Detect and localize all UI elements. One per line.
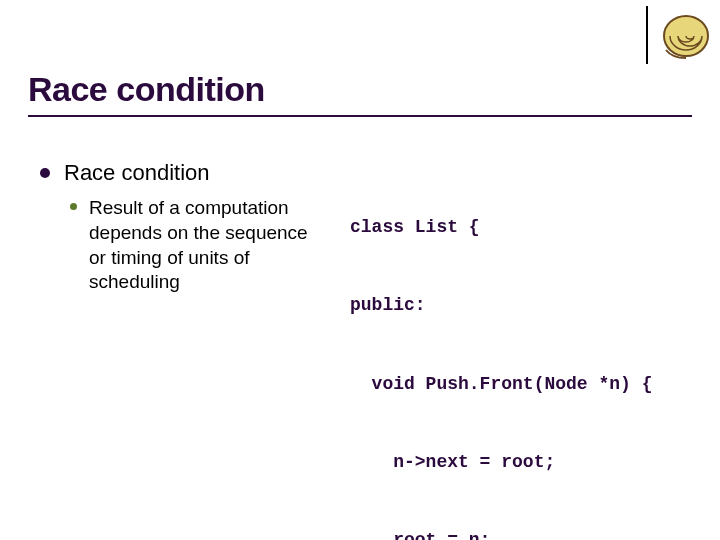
title-area: Race condition <box>28 70 692 117</box>
slide-title: Race condition <box>28 70 692 109</box>
code-block: class List { public: void Push.Front(Nod… <box>350 162 700 540</box>
code-line: root = n; <box>350 527 700 540</box>
left-column: Race condition Result of a computation d… <box>40 160 350 540</box>
bullet-2-text: Result of a computation depends on the s… <box>89 196 329 295</box>
bullet-1-text: Race condition <box>64 160 210 186</box>
title-underline <box>28 115 692 117</box>
snail-shell-icon <box>654 6 712 64</box>
code-line: void Push.Front(Node *n) { <box>350 371 700 397</box>
divider <box>646 6 648 64</box>
right-column: class List { public: void Push.Front(Nod… <box>350 160 700 540</box>
shell-svg <box>654 6 712 64</box>
bullet-level-1: Race condition <box>40 160 350 186</box>
bullet-disc-icon <box>70 203 77 210</box>
code-line: public: <box>350 292 700 318</box>
code-line: n->next = root; <box>350 449 700 475</box>
body-area: Race condition Result of a computation d… <box>40 160 700 540</box>
code-line: class List { <box>350 214 700 240</box>
bullet-level-2: Result of a computation depends on the s… <box>70 196 350 295</box>
bullet-disc-icon <box>40 168 50 178</box>
